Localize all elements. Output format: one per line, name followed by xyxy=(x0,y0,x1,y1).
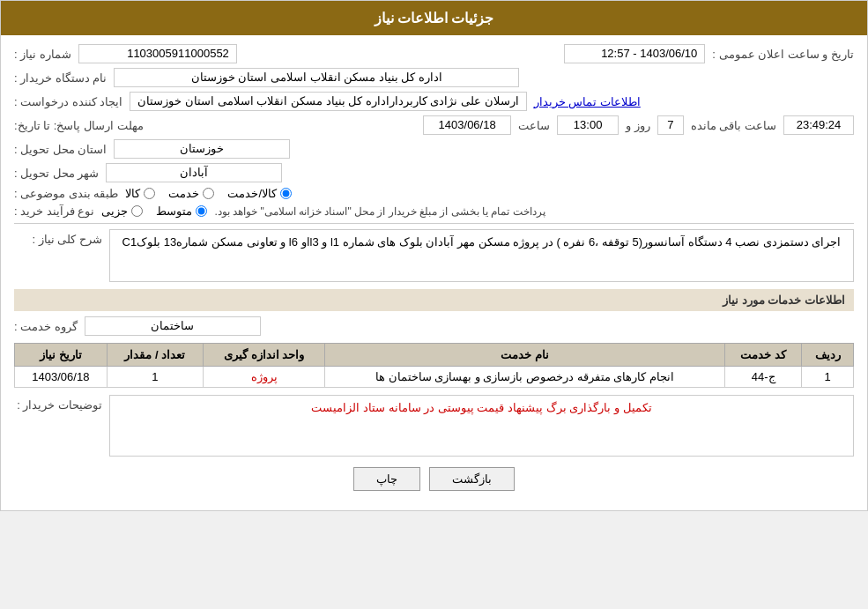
header-title: جزئیات اطلاعات نیاز xyxy=(375,11,494,26)
khadamat-section-title: اطلاعات خدمات مورد نیاز xyxy=(14,289,854,311)
col-radif: ردیف xyxy=(802,344,854,367)
group-khadamat-label: گروه خدمت : xyxy=(14,320,78,333)
farayand-description: پرداخت تمام یا بخشی از مبلغ خریدار از مح… xyxy=(214,205,854,218)
tarikh-elaan-label: تاریخ و ساعت اعلان عمومی : xyxy=(712,48,854,61)
col-vahed: واحد اندازه گیری xyxy=(204,344,325,367)
buttons-row: بازگشت چاپ xyxy=(14,467,854,491)
radio-khadamat[interactable]: خدمت xyxy=(168,187,214,200)
mohlat-saat-value: 13:00 xyxy=(557,115,619,135)
col-tedad: تعداد / مقدار xyxy=(107,344,203,367)
radio-jozii[interactable]: جزیی xyxy=(101,204,143,218)
group-khadamat-value: ساختمان xyxy=(85,316,261,336)
tabaqe-label: طبقه بندی موضوعی : xyxy=(14,187,118,200)
ostan-value: خوزستان xyxy=(114,139,290,159)
col-tarikh: تاریخ نیاز xyxy=(15,344,108,367)
mohlat-label: مهلت ارسال پاسخ: تا تاریخ: xyxy=(14,119,144,132)
ettelaat-tamas-link[interactable]: اطلاعات تماس خریدار xyxy=(534,95,641,108)
back-button[interactable]: بازگشت xyxy=(429,467,515,491)
nam-dastgah-label: نام دستگاه خریدار : xyxy=(14,71,107,85)
ejad-value: ارسلان علی نژادی کاربرداراداره کل بنیاد … xyxy=(130,92,526,111)
mohlat-date: 1403/06/18 xyxy=(423,115,511,135)
mohlat-rooz-value: 7 xyxy=(657,115,684,135)
radio-kala[interactable]: کالا xyxy=(125,187,155,200)
mohlat-mande-label: ساعت باقی مانده xyxy=(691,119,776,132)
services-table: ردیف کد خدمت نام خدمت واحد اندازه گیری ت… xyxy=(14,343,854,388)
sharh-label: شرح کلی نیاز : xyxy=(14,229,102,246)
tozihat-label: توضیحات خریدار : xyxy=(14,395,102,412)
tozihat-value: تکمیل و بارگذاری برگ پیشنهاد قیمت پیوستی… xyxy=(109,395,854,457)
page-header: جزئیات اطلاعات نیاز xyxy=(1,1,867,35)
mohlat-saat-label: ساعت xyxy=(518,119,550,132)
radio-kala-khadamat[interactable]: کالا/خدمت xyxy=(227,187,292,200)
shahr-label: شهر محل تحویل : xyxy=(14,167,99,180)
shahr-value: آبادان xyxy=(106,163,282,182)
farayand-label: نوع فرآیند خرید : xyxy=(14,204,94,218)
shomara-niaz-label: شماره نیاز : xyxy=(14,48,71,61)
ejad-label: ایجاد کننده درخواست : xyxy=(14,95,122,108)
shomara-niaz-value: 1103005911000552 xyxy=(78,44,237,63)
farayand-radio-group: متوسط جزیی xyxy=(101,204,207,218)
col-name: نام خدمت xyxy=(325,344,725,367)
col-kod: کد خدمت xyxy=(724,344,801,367)
ostan-label: استان محل تحویل : xyxy=(14,143,107,156)
radio-motavaset[interactable]: متوسط xyxy=(156,204,207,218)
table-row: 1 ج-44 انجام کارهای متفرقه درخصوص بازساز… xyxy=(15,367,854,388)
tabaqe-radio-group: کالا/خدمت خدمت کالا xyxy=(125,187,292,200)
mohlat-rooz-label: روز و xyxy=(626,119,650,132)
mohlat-mande-value: 23:49:24 xyxy=(783,115,854,135)
tarikh-elaan-value: 1403/06/10 - 12:57 xyxy=(564,44,705,63)
sharh-value: اجرای دستمزدی نصب 4 دستگاه آسانسور(5 توق… xyxy=(109,229,854,282)
print-button[interactable]: چاپ xyxy=(353,467,420,491)
dastgah-value: اداره کل بنیاد مسکن انقلاب اسلامی استان … xyxy=(114,68,519,87)
